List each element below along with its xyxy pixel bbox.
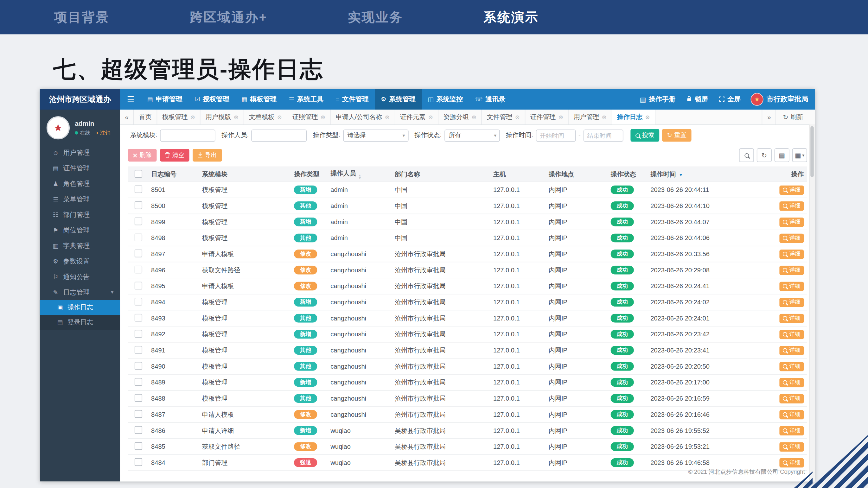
close-icon[interactable]: ⊗ xyxy=(277,114,282,120)
row-checkbox[interactable] xyxy=(135,378,142,386)
detail-button[interactable]: 详细 xyxy=(779,442,804,451)
tab-模板管理[interactable]: 模板管理⊗ xyxy=(157,109,200,125)
tabs-scroll-right-icon[interactable]: » xyxy=(762,109,776,125)
module-filter-input[interactable] xyxy=(160,129,215,141)
detail-button[interactable]: 详细 xyxy=(779,185,804,195)
user-menu[interactable]: ★ 市行政审批局 xyxy=(746,93,808,106)
close-icon[interactable]: ⊗ xyxy=(385,114,390,120)
operator-filter-input[interactable] xyxy=(251,129,307,141)
tab-证件管理[interactable]: 证件管理⊗ xyxy=(525,109,569,125)
col-department[interactable]: 部门名称 xyxy=(395,170,493,178)
refresh-tab-button[interactable]: ↻刷新 xyxy=(776,109,810,125)
slide-nav-item[interactable]: 项目背景 xyxy=(54,8,110,26)
close-icon[interactable]: ⊗ xyxy=(320,114,326,120)
scrollbar[interactable] xyxy=(809,125,815,481)
tabs-scroll-left-icon[interactable]: « xyxy=(120,109,134,125)
col-module[interactable]: 系统模块 xyxy=(202,170,294,178)
tab-操作日志[interactable]: 操作日志⊗ xyxy=(612,109,655,125)
sidebar-subitem[interactable]: ▣操作日志 xyxy=(40,300,120,315)
tab-文档模板[interactable]: 文档模板⊗ xyxy=(244,109,287,125)
row-checkbox[interactable] xyxy=(135,233,142,241)
close-icon[interactable]: ⊗ xyxy=(190,114,195,120)
header-menu-item[interactable]: ☑授权管理 xyxy=(188,89,236,109)
columns-button[interactable]: ▦▾ xyxy=(792,148,807,162)
detail-button[interactable]: 详细 xyxy=(779,297,804,307)
detail-button[interactable]: 详细 xyxy=(779,249,804,259)
tab-文件管理[interactable]: 文件管理⊗ xyxy=(482,109,525,125)
header-menu-item[interactable]: ▦模板管理 xyxy=(236,89,283,109)
header-menu-item[interactable]: ▤申请管理 xyxy=(141,89,188,109)
detail-button[interactable]: 详细 xyxy=(779,282,804,291)
sidebar-item[interactable]: ⚙参数设置 xyxy=(40,253,120,269)
row-checkbox[interactable] xyxy=(135,266,142,273)
row-checkbox[interactable] xyxy=(135,426,142,434)
sidebar-item[interactable]: ⚐通知公告 xyxy=(40,269,120,284)
sidebar-item[interactable]: ♟角色管理 xyxy=(40,176,120,192)
tab-用户管理[interactable]: 用户管理⊗ xyxy=(569,109,612,125)
row-checkbox[interactable] xyxy=(135,394,142,401)
row-checkbox[interactable] xyxy=(135,362,142,369)
sidebar-item[interactable]: ▤证件管理 xyxy=(40,161,120,176)
row-checkbox[interactable] xyxy=(135,346,142,353)
close-icon[interactable]: ⊗ xyxy=(472,114,476,120)
type-filter-select[interactable]: 请选择▾ xyxy=(343,129,408,141)
header-menu-item[interactable]: ≡文件管理 xyxy=(330,89,375,109)
logout-button[interactable]: ➜ 注销 xyxy=(94,129,111,136)
header-menu-item[interactable]: ☏通讯录 xyxy=(469,89,512,109)
detail-button[interactable]: 详细 xyxy=(779,346,804,355)
sidebar-subitem[interactable]: ▤登录日志 xyxy=(40,315,120,330)
col-location[interactable]: 操作地点 xyxy=(549,170,611,178)
row-checkbox[interactable] xyxy=(135,201,142,209)
row-checkbox[interactable] xyxy=(135,458,142,466)
close-icon[interactable]: ⊗ xyxy=(428,114,433,120)
row-checkbox[interactable] xyxy=(135,218,142,225)
close-icon[interactable]: ⊗ xyxy=(234,114,239,120)
manual-button[interactable]: ▤ 操作手册 xyxy=(634,95,681,104)
detail-button[interactable]: 详细 xyxy=(779,217,804,227)
sidebar-item[interactable]: ▥字典管理 xyxy=(40,238,120,253)
detail-button[interactable]: 详细 xyxy=(779,314,804,323)
select-all-checkbox[interactable] xyxy=(135,170,142,177)
col-type[interactable]: 操作类型 xyxy=(294,170,331,178)
detail-button[interactable]: 详细 xyxy=(779,265,804,275)
detail-button[interactable]: 详细 xyxy=(779,362,804,371)
row-checkbox[interactable] xyxy=(135,298,142,305)
close-icon[interactable]: ⊗ xyxy=(515,114,520,120)
time-end-input[interactable] xyxy=(584,129,623,141)
slide-nav-item[interactable]: 实现业务 xyxy=(348,8,403,26)
row-checkbox[interactable] xyxy=(135,314,142,321)
avatar[interactable]: ★ xyxy=(46,116,70,139)
header-menu-item[interactable]: ☰系统工具 xyxy=(283,89,330,109)
detail-button[interactable]: 详细 xyxy=(779,426,804,435)
tab-证照管理[interactable]: 证照管理⊗ xyxy=(287,109,331,125)
export-button[interactable]: 导出 xyxy=(193,149,222,162)
close-icon[interactable]: ⊗ xyxy=(645,114,650,120)
toggle-view-button[interactable]: ▤ xyxy=(775,148,789,162)
sidebar-item[interactable]: ☷部门管理 xyxy=(40,207,120,223)
col-time[interactable]: 操作时间▼ xyxy=(650,170,770,178)
refresh-table-button[interactable]: ↻ xyxy=(757,148,772,162)
sort-icons[interactable]: ▲▼ xyxy=(358,174,362,179)
time-start-input[interactable] xyxy=(536,129,576,141)
detail-button[interactable]: 详细 xyxy=(779,201,804,210)
header-menu-item[interactable]: ◫系统监控 xyxy=(422,89,469,109)
row-checkbox[interactable] xyxy=(135,330,142,337)
row-checkbox[interactable] xyxy=(135,442,142,450)
search-button[interactable]: 搜索 xyxy=(630,129,659,141)
detail-button[interactable]: 详细 xyxy=(779,233,804,243)
tab-证件元素[interactable]: 证件元素⊗ xyxy=(395,109,438,125)
slide-nav-item[interactable]: 跨区域通办+ xyxy=(190,8,267,26)
tab-首页[interactable]: 首页 xyxy=(134,109,157,125)
row-checkbox[interactable] xyxy=(135,282,142,289)
col-operator[interactable]: 操作人员▲▼ xyxy=(331,169,395,179)
tab-申请人/公司名称[interactable]: 申请人/公司名称⊗ xyxy=(331,109,395,125)
col-status[interactable]: 操作状态 xyxy=(611,170,650,178)
close-icon[interactable]: ⊗ xyxy=(558,114,563,120)
row-checkbox[interactable] xyxy=(135,250,142,257)
row-checkbox[interactable] xyxy=(135,410,142,418)
reset-button[interactable]: ↻重置 xyxy=(662,129,691,141)
detail-button[interactable]: 详细 xyxy=(779,330,804,339)
clear-button[interactable]: 清空 xyxy=(160,149,189,162)
row-checkbox[interactable] xyxy=(135,185,142,193)
search-toggle-button[interactable] xyxy=(739,148,754,162)
